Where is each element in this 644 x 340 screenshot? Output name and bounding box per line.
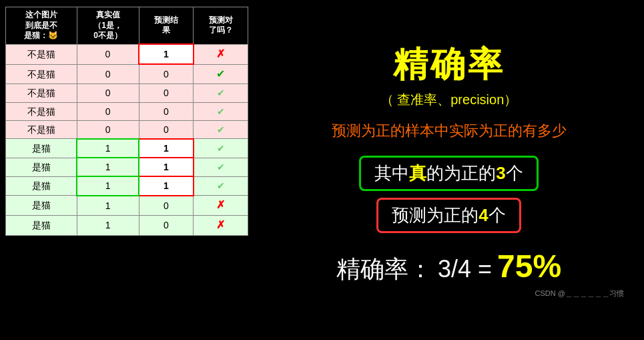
x-icon: ✗: [216, 199, 225, 210]
table-row: 是猫 1 1 ✔: [6, 158, 248, 176]
cell-label: 不是猫: [6, 102, 77, 120]
cell-truth: 1: [77, 139, 139, 158]
cell-label: 不是猫: [6, 44, 77, 64]
cell-truth: 0: [77, 64, 139, 84]
cell-truth: 0: [77, 44, 139, 64]
cell-pred: 0: [139, 215, 194, 235]
description-text: 预测为正的样本中实际为正的有多少: [332, 121, 567, 141]
cell-correct: ✔: [194, 84, 248, 102]
col-header-pred: 预测结果: [139, 7, 194, 45]
table-row: 是猫 1 1 ✔: [6, 176, 248, 195]
table-row: 不是猫 0 1 ✗: [6, 44, 248, 64]
cell-correct: ✗: [194, 196, 248, 216]
col-header-label: 这个图片到底是不是猫：🐱: [6, 7, 77, 45]
cell-label: 是猫: [6, 215, 77, 235]
cell-label: 不是猫: [6, 64, 77, 84]
check-icon: ✔: [217, 124, 225, 135]
watermark: CSDN @＿＿＿＿＿＿习惯: [535, 289, 624, 299]
formula-percent: 75%: [497, 248, 561, 285]
col-header-truth: 真实值（1是，0不是）: [77, 7, 139, 45]
cell-correct: ✔: [194, 120, 248, 139]
cell-correct: ✔: [194, 64, 248, 84]
table-row: 是猫 1 0 ✗: [6, 196, 248, 216]
cell-pred: 0: [139, 196, 194, 216]
cell-label: 不是猫: [6, 84, 77, 102]
table-row: 是猫 1 1 ✔: [6, 139, 248, 158]
cell-correct: ✔: [194, 102, 248, 120]
cell-label: 是猫: [6, 196, 77, 216]
cell-pred: 1: [139, 176, 194, 195]
cell-truth: 0: [77, 84, 139, 102]
right-panel: 精确率 （ 查准率、precision） 预测为正的样本中实际为正的有多少 其中…: [254, 0, 644, 340]
check-icon: ✔: [217, 162, 225, 172]
cell-correct: ✔: [194, 158, 248, 176]
cell-label: 不是猫: [6, 120, 77, 139]
check-icon: ✔: [217, 143, 225, 154]
cell-correct: ✗: [194, 215, 248, 235]
cell-label: 是猫: [6, 139, 77, 158]
x-icon: ✗: [216, 48, 225, 59]
cell-pred: 0: [139, 102, 194, 120]
cell-label: 是猫: [6, 176, 77, 195]
cell-truth: 1: [77, 176, 139, 195]
check-icon: ✔: [217, 106, 225, 117]
table-row: 不是猫 0 0 ✔: [6, 64, 248, 84]
red-box-text: 预测为正的4个: [392, 205, 505, 225]
cell-pred: 1: [139, 158, 194, 176]
cell-label: 是猫: [6, 158, 77, 176]
check-icon: ✔: [217, 88, 225, 98]
table-row: 不是猫 0 0 ✔: [6, 102, 248, 120]
check-icon: ✔: [217, 180, 225, 191]
x-icon: ✗: [216, 219, 225, 230]
cell-truth: 0: [77, 120, 139, 139]
red-box: 预测为正的4个: [376, 198, 521, 233]
cell-correct: ✔: [194, 139, 248, 158]
cell-pred: 0: [139, 120, 194, 139]
cell-pred: 1: [139, 139, 194, 158]
page-title: 精确率: [393, 41, 505, 88]
cell-truth: 1: [77, 196, 139, 216]
table-row: 不是猫 0 0 ✔: [6, 84, 248, 102]
cell-truth: 1: [77, 158, 139, 176]
cell-pred: 0: [139, 84, 194, 102]
cell-pred: 1: [139, 44, 194, 64]
subtitle: （ 查准率、precision）: [380, 91, 518, 109]
formula-row: 精确率： 3/4 = 75%: [336, 248, 561, 286]
green-box: 其中真的为正的3个: [359, 156, 538, 191]
table-panel: 这个图片到底是不是猫：🐱 真实值（1是，0不是） 预测结果 预测对了吗？ 不是猫…: [0, 0, 254, 340]
table-row: 是猫 1 0 ✗: [6, 215, 248, 235]
green-box-text: 其中真的为正的3个: [374, 163, 523, 183]
col-header-correct: 预测对了吗？: [194, 7, 248, 45]
formula-label: 精确率：: [336, 253, 432, 286]
check-icon: ✔: [216, 68, 225, 79]
cell-correct: ✔: [194, 176, 248, 195]
cell-correct: ✗: [194, 44, 248, 64]
formula-value: 3/4 =: [438, 255, 492, 283]
table-row: 不是猫 0 0 ✔: [6, 120, 248, 139]
cell-pred: 0: [139, 64, 194, 84]
data-table: 这个图片到底是不是猫：🐱 真实值（1是，0不是） 预测结果 预测对了吗？ 不是猫…: [5, 7, 248, 236]
cell-truth: 0: [77, 102, 139, 120]
cell-truth: 1: [77, 215, 139, 235]
